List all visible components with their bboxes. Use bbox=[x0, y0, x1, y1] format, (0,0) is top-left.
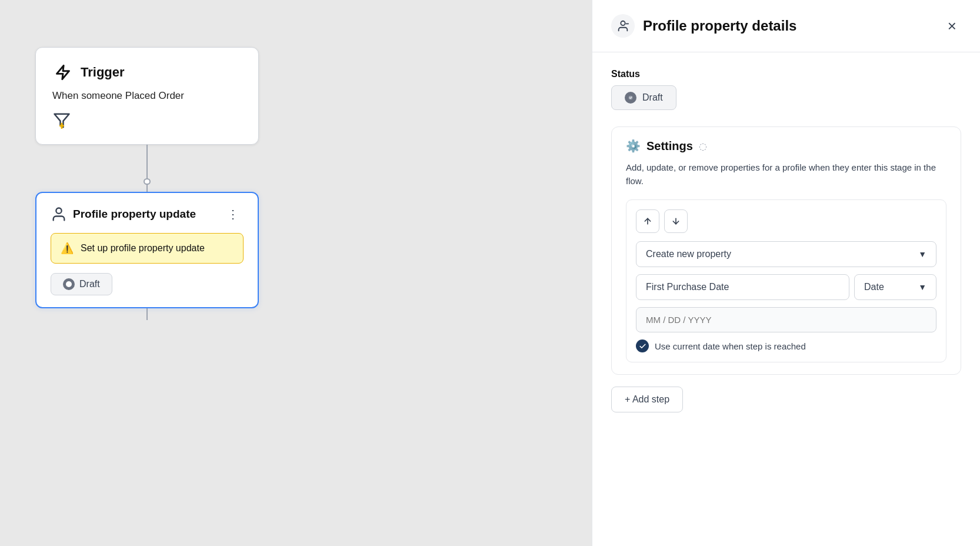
type-label: Date bbox=[864, 282, 884, 292]
gear-icon: ⚙️ bbox=[626, 139, 641, 153]
svg-point-8 bbox=[629, 96, 633, 100]
checkbox-row: Use current date when step is reached bbox=[636, 339, 936, 352]
dropdown-row-1: Create new property ▼ bbox=[636, 241, 936, 267]
spinner-icon: ◌ bbox=[699, 141, 707, 152]
panel-body: Status Draft ⚙️ Settings ◌ Add, update, … bbox=[592, 52, 980, 546]
card-draft-label: Draft bbox=[79, 279, 100, 289]
type-chevron-icon: ▼ bbox=[918, 282, 926, 292]
connector-line-after bbox=[146, 308, 148, 320]
arrow-buttons bbox=[636, 209, 936, 233]
arrow-up-button[interactable] bbox=[636, 209, 659, 233]
warning-text: Set up profile property update bbox=[81, 243, 205, 254]
right-panel: Profile property details × Status Draft … bbox=[592, 0, 980, 546]
svg-marker-0 bbox=[57, 65, 69, 79]
connector-line-bottom bbox=[146, 185, 148, 192]
profile-icon bbox=[51, 206, 67, 222]
add-step-label: + Add step bbox=[625, 394, 669, 405]
panel-profile-icon bbox=[611, 14, 635, 38]
status-label: Status bbox=[611, 69, 961, 79]
more-options-button[interactable]: ⋮ bbox=[222, 205, 244, 224]
svg-point-4 bbox=[56, 208, 61, 214]
status-button[interactable]: Draft bbox=[611, 85, 676, 110]
lightning-icon bbox=[52, 62, 74, 83]
profile-property-card[interactable]: Profile property update ⋮ ⚠️ Set up prof… bbox=[35, 192, 259, 308]
canvas: Trigger When someone Placed Order bbox=[0, 0, 592, 546]
settings-section: ⚙️ Settings ◌ Add, update, or remove pro… bbox=[611, 126, 961, 375]
card-draft-badge[interactable]: Draft bbox=[51, 273, 112, 295]
connector-line bbox=[146, 145, 148, 179]
filter-icon bbox=[52, 111, 71, 130]
warning-banner: ⚠️ Set up profile property update bbox=[51, 233, 244, 264]
profile-card-header: Profile property update ⋮ bbox=[51, 205, 244, 224]
connector-2 bbox=[146, 308, 148, 355]
settings-description: Add, update, or remove properties for a … bbox=[626, 161, 946, 188]
create-property-dropdown[interactable]: Create new property ▼ bbox=[636, 241, 936, 267]
status-dot-icon bbox=[625, 92, 636, 104]
flow-container: Trigger When someone Placed Order bbox=[35, 47, 259, 355]
property-name-input[interactable] bbox=[636, 274, 849, 300]
warning-icon: ⚠️ bbox=[61, 242, 74, 255]
settings-title: Settings bbox=[646, 139, 693, 153]
status-value: Draft bbox=[642, 92, 663, 103]
trigger-title: Trigger bbox=[81, 65, 125, 80]
panel-header: Profile property details × bbox=[592, 0, 980, 52]
checkbox-checked-icon[interactable] bbox=[636, 339, 649, 352]
connector-dot bbox=[144, 178, 151, 185]
add-step-button[interactable]: + Add step bbox=[611, 387, 683, 412]
create-property-label: Create new property bbox=[646, 249, 731, 259]
profile-card-title: Profile property update bbox=[73, 208, 196, 221]
settings-header: ⚙️ Settings ◌ bbox=[626, 139, 946, 153]
settings-inner: Create new property ▼ Date ▼ bbox=[626, 199, 946, 362]
date-input[interactable] bbox=[636, 307, 936, 332]
chevron-down-icon: ▼ bbox=[918, 249, 926, 259]
panel-header-left: Profile property details bbox=[611, 14, 796, 38]
svg-point-6 bbox=[621, 21, 625, 25]
panel-title: Profile property details bbox=[643, 18, 796, 34]
property-row: Date ▼ bbox=[636, 274, 936, 300]
profile-title-group: Profile property update bbox=[51, 206, 196, 222]
svg-point-5 bbox=[66, 281, 72, 287]
trigger-card-header: Trigger bbox=[52, 62, 242, 83]
connector-1 bbox=[144, 145, 151, 192]
trigger-subtitle: When someone Placed Order bbox=[52, 90, 242, 102]
arrow-down-button[interactable] bbox=[664, 209, 688, 233]
trigger-card[interactable]: Trigger When someone Placed Order bbox=[35, 47, 259, 145]
close-button[interactable]: × bbox=[943, 16, 961, 36]
card-draft-icon bbox=[63, 278, 75, 290]
type-dropdown[interactable]: Date ▼ bbox=[854, 274, 936, 300]
checkbox-label: Use current date when step is reached bbox=[655, 341, 806, 351]
